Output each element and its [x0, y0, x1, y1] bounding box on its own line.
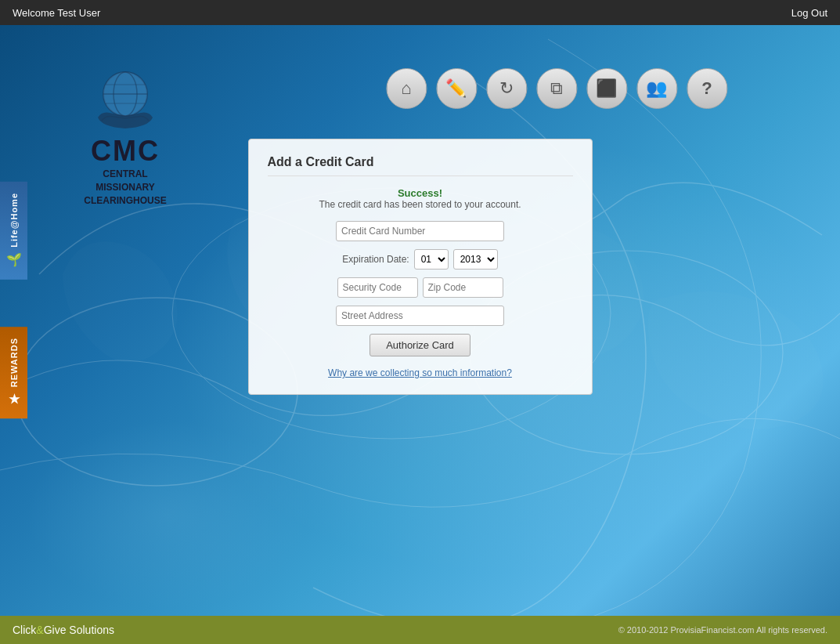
expiry-year-select[interactable]: 2013201420152016 2017201820192020	[453, 249, 498, 270]
zip-code-input[interactable]	[423, 277, 503, 298]
success-title: Success!	[268, 187, 573, 199]
success-message: Success! The credit card has been stored…	[268, 187, 573, 210]
footer-copyright: © 2010-2012 ProvisiaFinancist.com All ri…	[618, 625, 827, 635]
logo-sub: CENTRAL MISSIONARY CLEARINGHOUSE	[47, 168, 204, 207]
rewards-label: REWARDS	[9, 338, 19, 387]
welcome-text: Welcome Test User	[13, 7, 100, 19]
footer-give: Give Solutions	[44, 624, 114, 636]
credit-card-field	[268, 221, 573, 241]
nav-home-button[interactable]: ⌂	[386, 68, 427, 109]
topbar: Welcome Test User Log Out	[0, 0, 840, 25]
expiry-row: Expiration Date: 01020304 05060708 09101…	[268, 249, 573, 270]
credit-card-input[interactable]	[336, 221, 504, 241]
nav-monitor-button[interactable]: ⬛	[586, 68, 627, 109]
footer-ampersand: &	[36, 624, 43, 636]
nav-people-button[interactable]: 👥	[636, 68, 677, 109]
street-address-input[interactable]	[336, 306, 504, 326]
footer-click: Click	[13, 624, 36, 636]
logo-cmc: CMC	[47, 135, 204, 168]
credit-card-form-panel: Add a Credit Card Success! The credit ca…	[248, 139, 593, 395]
form-title: Add a Credit Card	[268, 155, 573, 176]
street-address-field	[268, 306, 573, 326]
lifehome-label: Life@Home	[9, 193, 19, 248]
nav-help-button[interactable]: ?	[687, 68, 727, 109]
lifehome-icon: 🌱	[6, 252, 21, 269]
rewards-icon: ★	[6, 392, 21, 407]
sidebar-tab-lifehome[interactable]: 🌱 Life@Home	[0, 182, 27, 280]
nav-refresh-button[interactable]: ↻	[486, 68, 527, 109]
expiry-month-select[interactable]: 01020304 05060708 09101112	[414, 249, 449, 270]
security-code-input[interactable]	[337, 277, 418, 298]
nav-edit-button[interactable]: ✏️	[436, 68, 477, 109]
logout-button[interactable]: Log Out	[791, 7, 827, 19]
info-link[interactable]: Why are we collecting so much informatio…	[268, 367, 573, 378]
sidebar-left: 🌱 Life@Home ★ REWARDS	[0, 182, 27, 418]
nav-icons: ⌂ ✏️ ↻ ⧉ ⬛ 👥 ?	[386, 68, 727, 109]
logo-globe	[86, 64, 164, 135]
security-zip-row	[268, 277, 573, 298]
expiry-label: Expiration Date:	[342, 254, 409, 265]
main-content: CMC CENTRAL MISSIONARY CLEARINGHOUSE ⌂ ✏…	[0, 25, 840, 616]
footer: Click&Give Solutions © 2010-2012 Provisi…	[0, 616, 840, 644]
footer-logo: Click&Give Solutions	[13, 624, 114, 636]
nav-copy-button[interactable]: ⧉	[536, 68, 577, 109]
success-text: The credit card has been stored to your …	[268, 199, 573, 210]
sidebar-tab-rewards[interactable]: ★ REWARDS	[0, 327, 27, 418]
authorize-button[interactable]: Authorize Card	[370, 334, 470, 356]
logo-area: CMC CENTRAL MISSIONARY CLEARINGHOUSE	[47, 64, 204, 207]
